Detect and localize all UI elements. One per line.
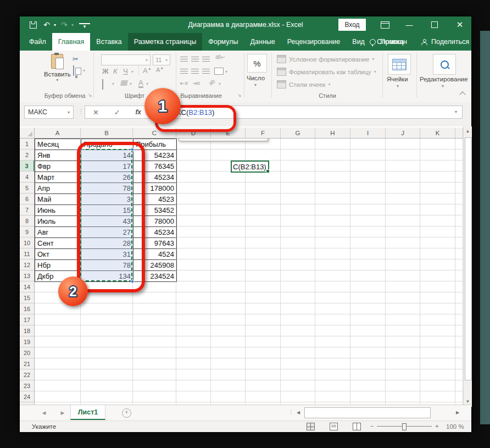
cancel-icon[interactable]: ✕ [93,108,99,117]
editing-button[interactable] [433,54,456,75]
row-header-12[interactable]: 12 [20,259,34,270]
orientation-dropdown[interactable]: ▾ [219,81,221,86]
cell[interactable]: Сент [35,238,81,249]
editing-button-label[interactable]: Редактирование [420,76,468,82]
paste-button[interactable]: Вставить ▾ [44,54,71,82]
row-header-1[interactable]: 1 [20,139,34,150]
shrink-font-button[interactable]: А▼ [156,67,164,73]
zoom-out-icon[interactable]: − [370,423,374,429]
copy-dropdown[interactable]: ▾ [83,68,85,73]
row-header-5[interactable]: 5 [20,182,34,193]
cell[interactable]: Фвр [35,161,81,172]
cell[interactable]: Авг [35,227,81,238]
vertical-scroll-thumb[interactable] [465,137,472,380]
share-button[interactable]: Поделиться [431,38,469,46]
row-header-16[interactable]: 16 [20,303,34,314]
decrease-indent-icon[interactable]: ⇤≡ [180,80,188,86]
column-header-G[interactable]: G [281,128,315,138]
cell[interactable]: Июнь [35,205,81,216]
align-middle-icon[interactable] [191,57,199,62]
tab-data[interactable]: Данные [244,33,281,51]
number-group-button-label[interactable]: Число [247,75,265,81]
zoom-in-icon[interactable]: + [435,423,439,429]
clipboard-dialog-launcher[interactable]: ↘ [88,92,92,98]
wrap-text-button[interactable]: ab↵ [215,54,225,60]
row-header-20[interactable]: 20 [20,347,34,358]
conditional-formatting-button[interactable]: Условное форматирование ▾ [277,55,374,63]
grow-font-button[interactable]: А▲ [143,67,152,75]
alignment-dialog-launcher[interactable]: ↘ [237,92,242,98]
cut-button[interactable]: ✂ [73,55,79,63]
italic-button[interactable]: К [113,67,118,75]
tab-file[interactable]: Файл [23,33,52,51]
cell[interactable]: Июль [35,216,81,227]
expand-formula-bar-icon[interactable]: ▾ [455,109,457,114]
row-header-8[interactable]: 8 [20,215,34,226]
copy-button[interactable] [73,66,74,76]
column-header-J[interactable]: J [386,128,420,138]
underline-button[interactable]: Ч [123,67,128,75]
row-header-2[interactable]: 2 [20,150,34,161]
align-right-icon[interactable] [202,69,210,74]
fill-color-dropdown[interactable]: ▾ [130,81,132,86]
align-left-icon[interactable] [180,69,188,74]
row-header-14[interactable]: 14 [20,281,34,292]
number-group-dropdown[interactable]: ▾ [254,82,257,87]
close-button[interactable]: ✕ [450,16,469,33]
cell[interactable]: Апр [35,183,81,194]
column-header-H[interactable]: H [315,128,350,138]
page-break-view-button[interactable] [353,423,361,430]
cell[interactable]: Месяц [35,139,81,150]
orientation-button[interactable]: ab [208,78,216,86]
font-name-combobox[interactable]: ▾ [101,54,151,65]
row-header-7[interactable]: 7 [20,204,34,215]
insert-function-icon[interactable]: fx [135,108,141,116]
row-header-24[interactable]: 24 [20,391,34,402]
tab-page-layout[interactable]: Разметка страницы [128,33,202,51]
increase-indent-icon[interactable]: ⇥≡ [192,80,200,86]
fill-color-icon[interactable] [120,80,128,86]
qat-customize-button[interactable]: ▾ [79,23,90,29]
cells-button[interactable] [388,54,411,75]
tab-insert[interactable]: Вставка [90,33,127,51]
sheet-tab[interactable]: Лист1 [70,405,105,420]
column-header-F[interactable]: F [246,128,281,138]
borders-button[interactable] [102,80,103,90]
zoom-slider-thumb[interactable] [402,423,407,430]
horizontal-scroll-thumb[interactable] [304,407,431,418]
row-header-4[interactable]: 4 [20,172,34,182]
horizontal-scrollbar[interactable]: ◀ ▶ [294,407,464,418]
next-sheet-icon[interactable]: ▶ [57,405,68,420]
borders-dropdown[interactable]: ▾ [112,81,114,86]
tab-splitter[interactable]: ⋮ [288,408,294,416]
row-header-11[interactable]: 11 [20,248,34,259]
cell[interactable]: Май [35,194,81,205]
row-header-3[interactable]: 3 [20,161,34,172]
select-all-button[interactable] [20,128,35,139]
maximize-button[interactable] [425,16,444,33]
merge-center-icon[interactable] [214,68,224,75]
font-size-combobox[interactable]: 11▾ [153,54,170,65]
tab-review[interactable]: Рецензирование [281,33,347,51]
align-bottom-icon[interactable] [202,57,210,62]
row-header-22[interactable]: 22 [20,369,34,380]
prev-sheet-icon[interactable]: ◀ [38,405,49,420]
tab-view[interactable]: Вид [346,33,371,51]
align-center-icon[interactable] [191,69,199,74]
row-header-10[interactable]: 10 [20,237,34,248]
row-header-19[interactable]: 19 [20,336,34,347]
row-header-15[interactable]: 15 [20,292,34,303]
cells-button-label[interactable]: Ячейки [387,76,408,82]
zoom-level[interactable]: 100 % [446,423,464,430]
row-header-6[interactable]: 6 [20,193,34,204]
assistant-label[interactable]: Помощн [380,38,407,46]
column-header-stub[interactable] [455,128,463,138]
add-sheet-button[interactable]: + [122,408,131,418]
ribbon-display-options-button[interactable] [376,16,394,33]
enter-icon[interactable]: ✓ [114,108,120,117]
scroll-left-icon[interactable]: ◀ [294,408,302,417]
row-header-21[interactable]: 21 [20,358,34,369]
row-header-17[interactable]: 17 [20,314,34,325]
tab-home[interactable]: Главная [52,33,91,51]
cell[interactable]: Нбр [35,260,81,271]
